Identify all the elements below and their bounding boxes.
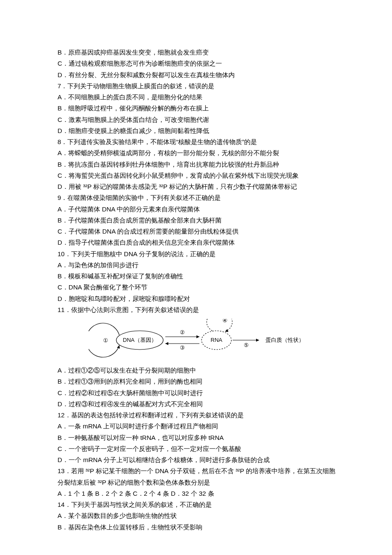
- q7-option-c: C．激素与细胞膜上的受体蛋白结合，可改变细胞代谢: [58, 114, 341, 125]
- q6-option-b: B．原癌基因或抑癌基因发生突变，细胞就会发生癌变: [58, 47, 341, 58]
- q8-option-c: C．将海蜇荧光蛋白基因转化到小鼠受精卵中，发育成的小鼠在紫外线下出现荧光现象: [58, 170, 341, 181]
- label-3: ③: [180, 344, 185, 351]
- rna-label: RNA: [210, 337, 222, 343]
- protein-label: 蛋白质（性状）: [265, 337, 304, 343]
- q8-option-a: A．将蝾螈的受精卵横溢成两部分，有核的一部分能分裂，无核的部分不能分裂: [58, 147, 341, 159]
- q11-option-d: D．过程③和过程④发生的碱基配对方式不完全相同: [58, 399, 341, 410]
- diagram-svg: DNA（基因） ① ② ③ RNA ④ ⑤ 蛋白质（性状）: [89, 319, 310, 361]
- q9-option-d: D．指导子代噬菌体蛋白质合成的相关信息完全来自亲代噬菌体: [58, 237, 341, 248]
- q13-options: A．1 个 1 条 B．2 个 2 条 C．2 个 4 条 D．32 个 32 …: [58, 488, 341, 499]
- q12-option-c: C．一个密码子一定对应一个反密码子，但不一定对应一个氨基酸: [58, 443, 341, 454]
- q10-option-d: D．胞嘧啶和鸟嘌呤配对，尿嘧啶和腺嘌呤配对: [58, 293, 341, 304]
- q12-option-b: B．一种氨基酸可以对应一种 tRNA，也可以对应多种 tRNA: [58, 432, 341, 443]
- q7-option-b: B．细胞呼吸过程中，催化丙酮酸分解的酶分布在膜上: [58, 103, 341, 114]
- q9-stem: 9．在噬菌体侵染细菌的实验中，下列有关叙述不正确的是: [58, 192, 341, 203]
- dna-label: DNA（基因）: [123, 337, 156, 343]
- label-5: ⑤: [244, 342, 249, 348]
- q11-option-c: C．过程②和过程⑤在大肠杆菌细胞中可以同时进行: [58, 387, 341, 399]
- q13-stem: 13．若用 ³²P 标记某干细胞的一个 DNA 分子双链，然后在不含 ³²P 的…: [58, 465, 341, 488]
- q12-option-d: D．一个 mRNA 分子上可以相继结合多个核糖体，同时进行多条肽链的合成: [58, 454, 341, 465]
- q9-option-a: A．子代噬菌体 DNA 中的部分元素来自亲代噬菌体: [58, 204, 341, 215]
- q14-option-a: A．某个基因数目的多少也影响生物的性状: [58, 510, 341, 521]
- q12-option-a: A．一条 mRNA 上可以同时进行多个翻译过程且产物相同: [58, 421, 341, 432]
- q11-option-a: A．过程①②⑤可以发生在处于分裂间期的细胞中: [58, 365, 341, 376]
- q9-option-c: C．子代噬菌体 DNA 的合成过程所需要的能量部分由线粒体提供: [58, 226, 341, 237]
- q10-option-a: A．与染色体的加倍同步进行: [58, 260, 341, 271]
- central-dogma-diagram: DNA（基因） ① ② ③ RNA ④ ⑤ 蛋白质（性状）: [58, 319, 341, 361]
- q14-option-b: B．基因在染色体上位置转移后，生物性状不受影响: [58, 522, 341, 533]
- label-2: ②: [180, 329, 185, 335]
- label-1: ①: [103, 337, 108, 344]
- q11-stem: 11．依据中心法则示意图，下列有关叙述错误的是: [58, 304, 341, 315]
- q8-option-b: B．将抗冻蛋白基因转移到牡丹体细胞中，培育出抗寒能力比较强的牡丹新品种: [58, 159, 341, 170]
- q8-stem: 8．下列遗传实验及实验结果中，不能体现“核酸是生物的遗传物质”的是: [58, 136, 341, 147]
- q10-option-b: B．模板和碱基互补配对保证了复制的准确性: [58, 271, 341, 282]
- q6-option-d: D．有丝分裂、无丝分裂和减数分裂都可以发生在真核生物体内: [58, 69, 341, 81]
- q10-stem: 10．下列关于细胞核中 DNA 分子复制的说法，正确的是: [58, 249, 341, 260]
- q7-option-d: D．细胞癌变使膜上的糖蛋白减少，细胞间黏着性降低: [58, 125, 341, 136]
- q11-option-b: B．过程①③用到的原料完全相同，用到的酶也相同: [58, 376, 341, 387]
- q7-option-a: A．不同细胞膜上的蛋白质不同，是细胞分化的结果: [58, 92, 341, 103]
- q10-option-c: C．DNA 聚合酶催化了整个环节: [58, 282, 341, 293]
- q8-option-d: D．用被 ³²P 标记的噬菌体去感染无 ³²P 标记的大肠杆菌，只有少数子代噬菌…: [58, 181, 341, 192]
- q6-option-c: C．通过镜检观察细胞形态可作为诊断细胞癌变的依据之一: [58, 58, 341, 69]
- q9-option-b: B．子代噬菌体蛋白质合成所需的氨基酸全部来自大肠杆菌: [58, 215, 341, 226]
- document-page: B．原癌基因或抑癌基因发生突变，细胞就会发生癌变 C．通过镜检观察细胞形态可作为…: [0, 0, 392, 555]
- q7-stem: 7．下列关于动物细胞生物膜上膜蛋白的叙述，错误的是: [58, 81, 341, 92]
- label-4: ④: [222, 319, 228, 324]
- q14-stem: 14．下列关于基因与性状之间关系的叙述，不正确的是: [58, 499, 341, 510]
- q12-stem: 12．基因的表达包括转录过程和翻译过程，下列有关叙述错误的是: [58, 410, 341, 421]
